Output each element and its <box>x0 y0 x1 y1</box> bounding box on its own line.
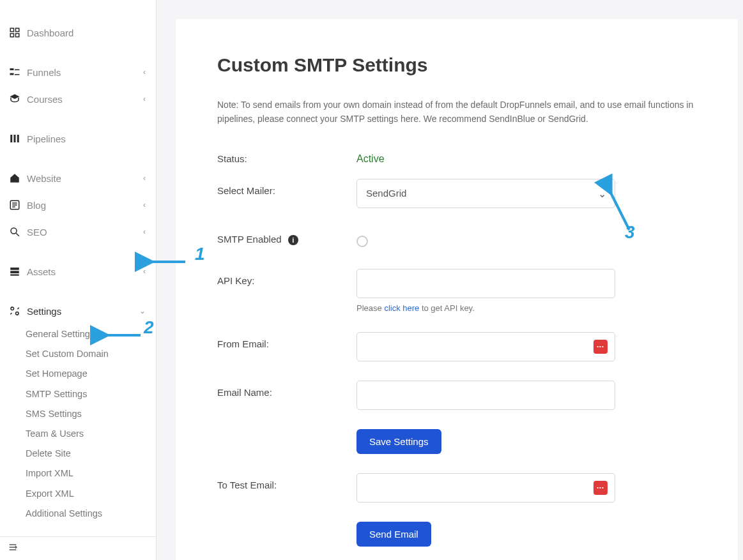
sidebar-scroll: Dashboard Funnels ‹ Courses ‹ Pipelines <box>0 0 156 536</box>
autofill-icon[interactable]: ••• <box>594 340 608 354</box>
svg-rect-8 <box>10 135 12 142</box>
sidebar-item-seo[interactable]: SEO ‹ <box>0 218 156 245</box>
api-key-label: API Key: <box>217 269 356 286</box>
pipelines-icon <box>8 132 22 146</box>
sub-additional-settings[interactable]: Additional Settings <box>26 504 156 524</box>
email-name-label: Email Name: <box>217 381 356 398</box>
annotation-arrow-3 <box>604 185 642 236</box>
blog-icon <box>8 198 22 212</box>
api-key-hint: Please click here to get API key. <box>356 303 615 313</box>
sub-smtp-settings[interactable]: SMTP Settings <box>26 384 156 404</box>
row-email-name: Email Name: <box>217 381 696 410</box>
svg-rect-10 <box>17 135 19 142</box>
annotation-number-1: 1 <box>195 244 205 264</box>
row-api-key: API Key: Please click here to get API ke… <box>217 269 696 313</box>
api-key-link[interactable]: click here <box>384 303 419 313</box>
save-settings-button[interactable]: Save Settings <box>356 429 441 454</box>
sidebar-item-label: Website <box>27 173 143 184</box>
from-email-label: From Email: <box>217 332 356 349</box>
sub-sms-settings[interactable]: SMS Settings <box>26 404 156 424</box>
svg-rect-9 <box>14 135 16 142</box>
page-note: Note: To send emails from your own domai… <box>217 98 696 126</box>
api-key-input[interactable] <box>356 269 615 298</box>
sidebar-item-assets[interactable]: Assets ‹ <box>0 258 156 285</box>
sidebar-item-blog[interactable]: Blog ‹ <box>0 192 156 218</box>
chevron-down-icon: ⌄ <box>139 306 146 315</box>
autofill-icon[interactable]: ••• <box>594 481 608 495</box>
chevron-left-icon: ‹ <box>143 174 146 183</box>
chevron-left-icon: ‹ <box>143 227 146 236</box>
hint-prefix: Please <box>356 303 384 313</box>
status-value: Active <box>356 147 385 165</box>
seo-icon <box>8 225 22 239</box>
sidebar-item-dashboard[interactable]: Dashboard <box>0 19 156 46</box>
sidebar-item-label: Funnels <box>27 67 143 78</box>
row-to-test-email: To Test Email: ••• <box>217 473 696 503</box>
main-content: Custom SMTP Settings Note: To send email… <box>157 0 743 560</box>
email-name-input[interactable] <box>356 381 615 410</box>
sidebar-item-settings[interactable]: Settings ⌄ <box>0 298 156 324</box>
svg-rect-0 <box>10 28 13 31</box>
sidebar-item-label: Courses <box>27 94 143 105</box>
sidebar-collapse[interactable] <box>0 536 156 560</box>
collapse-icon <box>8 542 18 552</box>
chevron-left-icon: ‹ <box>143 95 146 103</box>
annotation-arrow-1 <box>147 252 198 271</box>
sidebar-item-label: Dashboard <box>27 27 146 38</box>
sidebar-item-label: Pipelines <box>27 133 146 144</box>
dashboard-icon <box>8 26 22 40</box>
page-title: Custom SMTP Settings <box>217 54 696 76</box>
from-email-input[interactable] <box>356 332 615 361</box>
sidebar-item-funnels[interactable]: Funnels ‹ <box>0 59 156 86</box>
svg-point-12 <box>11 228 17 234</box>
to-test-email-label: To Test Email: <box>217 473 356 490</box>
row-status: Status: Active <box>217 147 696 165</box>
smtp-enabled-toggle[interactable] <box>356 236 368 247</box>
chevron-left-icon: ‹ <box>143 267 146 276</box>
svg-rect-1 <box>16 28 19 31</box>
sub-team-users[interactable]: Team & Users <box>26 424 156 444</box>
settings-submenu: General Settings Set Custom Domain Set H… <box>0 324 156 524</box>
sidebar: Dashboard Funnels ‹ Courses ‹ Pipelines <box>0 0 157 560</box>
mailer-select[interactable]: SendGrid <box>356 179 615 208</box>
annotation-number-2: 2 <box>144 317 154 338</box>
chevron-left-icon: ‹ <box>143 201 146 209</box>
svg-rect-5 <box>15 70 20 71</box>
sub-import-xml[interactable]: Import XML <box>26 464 156 483</box>
settings-panel: Custom SMTP Settings Note: To send email… <box>176 19 738 560</box>
svg-rect-4 <box>10 68 14 70</box>
annotation-number-3: 3 <box>625 222 635 243</box>
svg-rect-7 <box>15 74 20 75</box>
sidebar-item-label: Settings <box>27 306 139 317</box>
courses-icon <box>8 92 22 106</box>
sidebar-item-courses[interactable]: Courses ‹ <box>0 86 156 112</box>
row-send: Send Email <box>217 522 696 547</box>
svg-rect-13 <box>10 268 19 270</box>
sidebar-item-label: SEO <box>27 227 143 238</box>
status-label: Status: <box>217 147 356 164</box>
svg-rect-14 <box>10 271 19 273</box>
sub-set-homepage[interactable]: Set Homepage <box>26 364 156 384</box>
info-icon[interactable]: i <box>288 235 298 245</box>
sidebar-item-pipelines[interactable]: Pipelines <box>0 125 156 152</box>
website-icon <box>8 171 22 185</box>
chevron-left-icon: ‹ <box>143 68 146 77</box>
sidebar-item-website[interactable]: Website ‹ <box>0 165 156 192</box>
mailer-label: Select Mailer: <box>217 179 356 196</box>
hint-suffix: to get API key. <box>419 303 474 313</box>
sub-delete-site[interactable]: Delete Site <box>26 444 156 464</box>
sub-export-xml[interactable]: Export XML <box>26 484 156 504</box>
smtp-enabled-text: SMTP Enabled <box>217 234 282 245</box>
smtp-enabled-label: SMTP Enabled i <box>217 227 356 245</box>
row-from-email: From Email: ••• <box>217 332 696 361</box>
send-email-button[interactable]: Send Email <box>356 522 431 547</box>
svg-rect-3 <box>16 34 19 37</box>
sub-set-custom-domain[interactable]: Set Custom Domain <box>26 344 156 364</box>
row-save: Save Settings <box>217 429 696 454</box>
sidebar-item-label: Assets <box>27 266 143 277</box>
svg-rect-2 <box>10 34 13 37</box>
funnels-icon <box>8 65 22 79</box>
svg-rect-15 <box>10 275 19 276</box>
to-test-email-input[interactable] <box>356 473 615 503</box>
svg-rect-6 <box>10 73 14 75</box>
